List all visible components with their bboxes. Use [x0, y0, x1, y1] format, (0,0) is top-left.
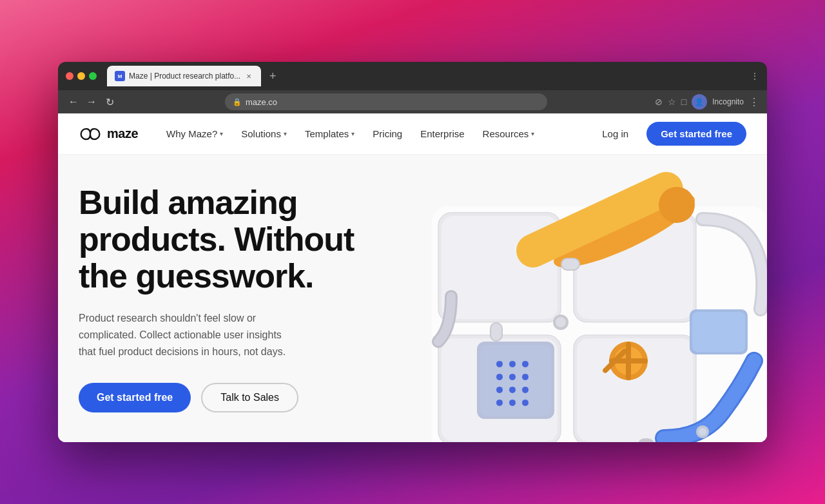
- nav-buttons: ← → ↻: [66, 94, 117, 110]
- svg-point-19: [522, 387, 529, 393]
- new-tab-button[interactable]: +: [264, 67, 282, 85]
- chevron-down-icon: ▾: [351, 130, 354, 137]
- svg-point-18: [509, 387, 516, 393]
- nav-item-pricing[interactable]: Pricing: [365, 123, 410, 144]
- nav-item-enterprise[interactable]: Enterprise: [412, 123, 472, 144]
- nav-links: Why Maze? ▾ Solutions ▾ Templates ▾ Pric…: [159, 123, 594, 144]
- traffic-lights: [66, 72, 97, 80]
- tab-close-button[interactable]: ✕: [244, 72, 253, 81]
- bookmark-icon[interactable]: ☆: [668, 97, 676, 107]
- site-nav: maze Why Maze? ▾ Solutions ▾ Templates ▾…: [58, 113, 767, 155]
- hero-cta-button[interactable]: Get started free: [79, 383, 191, 412]
- svg-rect-36: [491, 324, 501, 340]
- chevron-down-icon: ▾: [220, 130, 223, 137]
- logo-text: maze: [107, 126, 138, 141]
- svg-point-43: [699, 428, 706, 436]
- svg-point-14: [496, 374, 503, 380]
- hero-illustration: [380, 155, 767, 442]
- svg-point-22: [522, 400, 529, 406]
- svg-point-17: [496, 387, 503, 393]
- close-button[interactable]: [66, 72, 73, 80]
- svg-point-12: [509, 361, 516, 367]
- chrome-titlebar: M Maze | Product research platfo... ✕ + …: [58, 62, 767, 90]
- menu-icon[interactable]: ⋮: [749, 96, 759, 108]
- hero-subtext: Product research shouldn't feel slow or …: [79, 310, 298, 360]
- svg-point-15: [509, 374, 516, 380]
- tab-controls: ⋮: [750, 71, 759, 81]
- chevron-down-icon: ▾: [531, 130, 534, 137]
- tab-search-icon[interactable]: □: [681, 97, 686, 107]
- nav-item-resources[interactable]: Resources ▾: [475, 123, 543, 144]
- incognito-label: Incognito: [712, 97, 744, 106]
- nav-item-why-maze[interactable]: Why Maze? ▾: [159, 123, 231, 144]
- svg-point-20: [496, 400, 503, 406]
- reload-button[interactable]: ↻: [102, 94, 117, 110]
- tab-favicon: M: [115, 71, 125, 81]
- forward-button[interactable]: →: [84, 94, 99, 110]
- hero-text: Build amazing products. Without the gues…: [79, 184, 388, 412]
- ssl-lock-icon: 🔒: [233, 98, 242, 106]
- browser-window: M Maze | Product research platfo... ✕ + …: [58, 62, 767, 442]
- tab-strip-icon: ⋮: [750, 71, 759, 81]
- minimize-button[interactable]: [77, 72, 85, 80]
- login-button[interactable]: Log in: [594, 123, 636, 144]
- website-content: maze Why Maze? ▾ Solutions ▾ Templates ▾…: [58, 113, 767, 442]
- hero-section: Build amazing products. Without the gues…: [58, 155, 767, 442]
- svg-rect-29: [626, 342, 631, 380]
- profile-avatar[interactable]: 👤: [692, 94, 707, 110]
- svg-rect-32: [692, 312, 745, 352]
- address-bar-right: ⊘ ☆ □ 👤 Incognito ⋮: [655, 94, 759, 110]
- url-bar[interactable]: 🔒 maze.co: [225, 93, 547, 110]
- nav-item-templates[interactable]: Templates ▾: [297, 123, 362, 144]
- svg-rect-34: [562, 259, 579, 269]
- hero-secondary-button[interactable]: Talk to Sales: [201, 383, 298, 412]
- illustration-svg: [380, 155, 767, 442]
- url-text: maze.co: [246, 97, 277, 107]
- back-button[interactable]: ←: [66, 94, 81, 110]
- logo[interactable]: maze: [79, 126, 138, 141]
- svg-point-13: [522, 361, 529, 367]
- svg-point-16: [522, 374, 529, 380]
- nav-cta-button[interactable]: Get started free: [646, 122, 746, 146]
- svg-point-21: [509, 400, 516, 406]
- hero-buttons: Get started free Talk to Sales: [79, 383, 388, 412]
- active-tab[interactable]: M Maze | Product research platfo... ✕: [107, 66, 261, 86]
- chevron-down-icon: ▾: [284, 130, 287, 137]
- svg-point-25: [659, 187, 695, 223]
- svg-point-41: [556, 317, 566, 327]
- svg-point-11: [496, 361, 503, 367]
- address-bar: ← → ↻ 🔒 maze.co ⊘ ☆ □ 👤 Incognito ⋮: [58, 90, 767, 113]
- maximize-button[interactable]: [89, 72, 97, 80]
- svg-rect-10: [480, 345, 551, 416]
- logo-icon: [79, 128, 102, 141]
- tab-bar: M Maze | Product research platfo... ✕ +: [107, 66, 745, 86]
- hero-headline: Build amazing products. Without the gues…: [79, 184, 388, 295]
- tab-title: Maze | Product research platfo...: [129, 72, 240, 81]
- nav-right: Log in Get started free: [594, 122, 746, 146]
- cast-icon: ⊘: [655, 97, 663, 107]
- nav-item-solutions[interactable]: Solutions ▾: [233, 123, 295, 144]
